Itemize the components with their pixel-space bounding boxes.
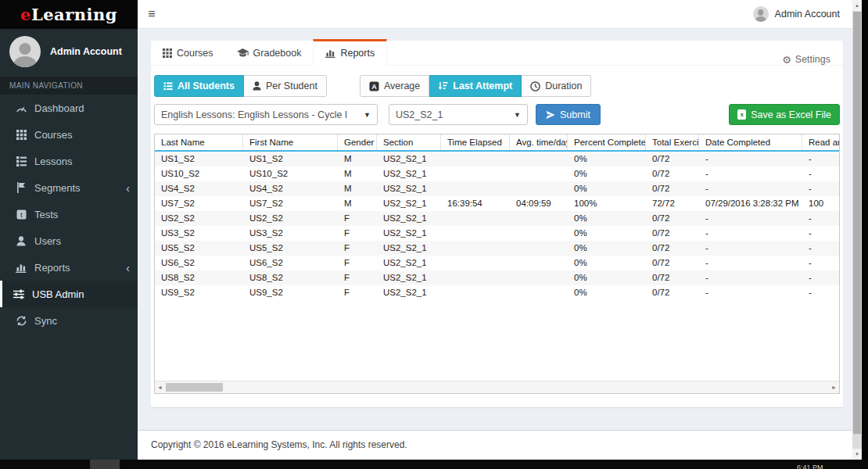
last-attempt-button[interactable]: Last Attempt xyxy=(429,75,522,97)
student-view-group: All Students Per Student xyxy=(154,75,327,97)
grid-cell: 0% xyxy=(568,285,646,300)
button-label: All Students xyxy=(178,81,235,91)
chevron-left-icon: ‹ xyxy=(126,182,130,194)
grid-cell: US8_S2 xyxy=(155,270,243,285)
tab-bar: Courses Gradebook xyxy=(151,41,843,66)
grid-row-us1_s2[interactable]: US1_S2US1_S2MUS2_S2_10%0/72-- xyxy=(155,152,840,166)
bar-chart-icon xyxy=(13,263,29,273)
sidebar-item-lessons[interactable]: Lessons xyxy=(0,148,138,174)
taskbar-button[interactable] xyxy=(90,460,120,469)
scrollbar-thumb[interactable] xyxy=(853,12,861,434)
grid-row-us8_s2[interactable]: US8_S2US8_S2FUS2_S2_10%0/72-- xyxy=(155,270,840,285)
grid-cell: F xyxy=(338,241,377,256)
submit-button[interactable]: Submit xyxy=(536,104,601,125)
grid-cell: F xyxy=(338,270,377,285)
grid-row-us6_s2[interactable]: US6_S2US6_S2FUS2_S2_10%0/72-- xyxy=(155,256,840,270)
menu-toggle-icon[interactable]: ≡ xyxy=(138,0,166,28)
grid-row-us4_s2[interactable]: US4_S2US4_S2MUS2_S2_10%0/72-- xyxy=(155,181,840,196)
os-taskbar: 6:41 PM xyxy=(0,460,868,469)
card-body: All Students Per Student xyxy=(151,66,843,407)
sidebar-item-usb-admin[interactable]: USB Admin xyxy=(0,281,138,307)
scroll-up-icon[interactable]: ▲ xyxy=(852,0,862,11)
navbar-user-menu[interactable]: Admin Account xyxy=(753,6,852,22)
grid-cell: - xyxy=(802,270,840,285)
save-as-excel-button[interactable]: x Save as Excel File xyxy=(729,104,840,125)
vertical-scrollbar[interactable]: ▲ ▼ xyxy=(852,0,862,460)
grid-row-us3_s2[interactable]: US3_S2US3_S2FUS2_S2_10%0/72-- xyxy=(155,226,840,241)
sidebar-item-reports[interactable]: Reports ‹ xyxy=(0,254,138,281)
grid-cell: 100 xyxy=(802,196,840,211)
grid-cell: 0/72 xyxy=(646,226,699,241)
gear-icon: ⚙ xyxy=(782,55,791,65)
copyright-text: Copyright © 2016 eLearning Systems, Inc.… xyxy=(151,439,407,450)
per-student-button[interactable]: Per Student xyxy=(244,75,327,97)
grid-cell xyxy=(441,181,510,196)
column-header-last-name[interactable]: Last Name xyxy=(155,134,243,150)
column-header-avg-time-day[interactable]: Avg. time/day xyxy=(510,134,568,150)
grid-cell: US7_S2 xyxy=(243,196,338,211)
scrollbar-track[interactable] xyxy=(165,381,829,393)
horizontal-scrollbar[interactable]: ◄ ► xyxy=(155,381,839,393)
grid-row-us5_s2[interactable]: US5_S2US5_S2FUS2_S2_10%0/72-- xyxy=(155,241,840,256)
report-mode-group: A Average Last Attempt xyxy=(360,75,592,97)
grid-body: US1_S2US1_S2MUS2_S2_10%0/72--US10_S2US10… xyxy=(155,152,840,300)
grid-cell: - xyxy=(699,166,802,181)
sidebar-item-users[interactable]: Users xyxy=(0,227,138,254)
grid-cell: - xyxy=(802,285,840,300)
grid-cell xyxy=(441,241,510,256)
grid-row-us9_s2[interactable]: US9_S2US9_S2FUS2_S2_10%0/72-- xyxy=(155,285,840,300)
duration-button[interactable]: Duration xyxy=(522,75,591,97)
sidebar-item-segments[interactable]: Segments ‹ xyxy=(0,174,138,201)
scrollbar-thumb[interactable] xyxy=(166,383,223,392)
grid-row-us10_s2[interactable]: US10_S2US10_S2MUS2_S2_10%0/72-- xyxy=(155,166,840,181)
all-students-button[interactable]: All Students xyxy=(154,75,244,97)
grid-row-us2_s2[interactable]: US2_S2US2_S2FUS2_S2_10%0/72-- xyxy=(155,211,840,226)
grid-icon xyxy=(163,48,172,58)
scroll-left-icon[interactable]: ◄ xyxy=(155,385,165,390)
section-select[interactable]: US2_S2_1 ▼ xyxy=(389,104,528,125)
svg-text:A: A xyxy=(371,82,377,90)
column-header-read-and-li[interactable]: Read and Li xyxy=(802,134,840,150)
tab-courses[interactable]: Courses xyxy=(151,41,225,65)
sidebar-item-tests[interactable]: t Tests xyxy=(0,201,138,227)
grid-cell xyxy=(441,152,510,166)
grid-cell: F xyxy=(338,285,377,300)
sidebar-item-label: Tests xyxy=(34,209,58,220)
column-header-first-name[interactable]: First Name xyxy=(243,134,338,150)
scroll-right-icon[interactable]: ► xyxy=(829,385,839,390)
report-toolbar: All Students Per Student xyxy=(154,75,840,97)
tab-settings[interactable]: ⚙ Settings xyxy=(782,54,835,65)
grid-cell: US2_S2_1 xyxy=(377,211,441,226)
column-header-percent-complete[interactable]: Percent Complete xyxy=(568,134,646,150)
column-header-date-completed[interactable]: Date Completed xyxy=(699,134,802,150)
sidebar-item-sync[interactable]: Sync xyxy=(0,307,138,334)
brand-logo[interactable]: eLearning xyxy=(0,0,138,29)
scroll-down-icon[interactable]: ▼ xyxy=(852,449,862,460)
column-header-section[interactable]: Section xyxy=(377,134,441,150)
column-header-total-exercises[interactable]: Total Exercises xyxy=(646,134,699,150)
average-button[interactable]: A Average xyxy=(360,75,429,97)
sidebar-item-label: Dashboard xyxy=(34,102,84,114)
grid-cell: 0/72 xyxy=(646,166,699,181)
avatar xyxy=(753,6,769,22)
grid-row-us7_s2[interactable]: US7_S2US7_S2MUS2_S2_116:39:5404:09:59100… xyxy=(155,196,840,211)
grid-cell: M xyxy=(338,181,377,196)
tab-gradebook[interactable]: Gradebook xyxy=(225,41,314,65)
grid-cell xyxy=(441,211,510,226)
grid-cell: US2_S2_1 xyxy=(377,152,441,166)
grid-cell: 0/72 xyxy=(646,285,699,300)
chevron-left-icon: ‹ xyxy=(126,262,130,274)
grid-cell: US2_S2_1 xyxy=(377,256,441,270)
column-header-time-elapsed[interactable]: Time Elapsed xyxy=(441,134,510,150)
tab-reports[interactable]: Reports xyxy=(313,39,387,66)
sidebar-item-courses[interactable]: Courses xyxy=(0,121,138,148)
course-select[interactable]: English Lessons: English Lessons - Cycle… xyxy=(154,104,378,125)
excel-file-icon: x xyxy=(737,109,746,120)
grid-cell: US1_S2 xyxy=(243,152,338,166)
grid-cell xyxy=(441,256,510,270)
grid-cell: US7_S2 xyxy=(155,196,243,211)
column-header-gender[interactable]: Gender xyxy=(338,134,377,150)
page-footer: Copyright © 2016 eLearning Systems, Inc.… xyxy=(138,430,852,460)
sidebar-item-label: Segments xyxy=(34,182,81,194)
sidebar-item-dashboard[interactable]: Dashboard xyxy=(0,95,138,121)
